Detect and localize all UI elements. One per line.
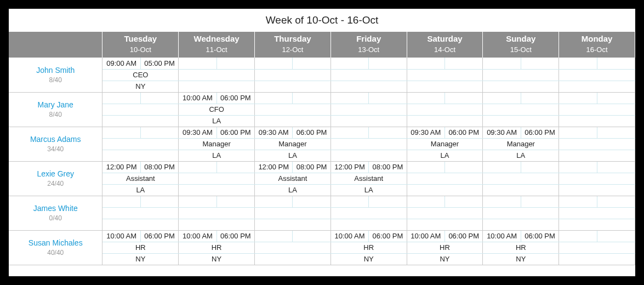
shift-location [483, 81, 559, 92]
shift-start [330, 127, 368, 138]
shift-end [293, 92, 330, 104]
shift-role [407, 104, 483, 115]
shift-end: 06:00 PM [521, 127, 558, 138]
employee-hours: 0/40 [49, 214, 62, 222]
shift-location: NY [179, 253, 255, 265]
employee-name-link[interactable]: John Smith [9, 66, 102, 75]
shift-start [330, 196, 368, 207]
employee-name-link[interactable]: Mary Jane [9, 100, 102, 109]
shift-role: Manager [483, 138, 559, 150]
shift-location: LA [255, 184, 331, 196]
shift-start [407, 196, 444, 207]
shift-end [445, 58, 483, 69]
shift-location [179, 184, 255, 196]
shift-start: 10:00 AM [330, 230, 368, 242]
day-header: Thursday12-Oct [255, 32, 331, 58]
shift-start [407, 58, 444, 69]
shift-end [140, 196, 178, 207]
shift-role: Manager [255, 138, 331, 150]
shift-role [559, 242, 635, 253]
shift-end: 05:00 PM [140, 58, 178, 69]
shift-start [179, 161, 216, 173]
day-date: 11-Oct [179, 43, 254, 56]
shift-location [559, 115, 635, 127]
shift-start: 10:00 AM [179, 92, 216, 104]
shift-role [102, 207, 179, 219]
shift-location: LA [255, 150, 331, 161]
shift-role [255, 69, 331, 81]
shift-end: 06:00 PM [216, 127, 254, 138]
shift-end [216, 58, 254, 69]
shift-location [407, 115, 483, 127]
shift-start: 10:00 AM [483, 230, 521, 242]
shift-start [179, 58, 216, 69]
employee-name-link[interactable]: Lexie Grey [9, 169, 102, 178]
shift-role: HR [407, 242, 483, 253]
shift-location [330, 150, 407, 161]
shift-location [407, 184, 483, 196]
day-date: 10-Oct [102, 43, 178, 56]
shift-start [102, 196, 140, 207]
shift-location: LA [179, 150, 255, 161]
shift-end [597, 92, 635, 104]
shift-location: NY [330, 253, 407, 265]
day-header: Friday13-Oct [330, 32, 407, 58]
shift-location [483, 184, 559, 196]
shift-start: 09:30 AM [407, 127, 444, 138]
shift-role [559, 104, 635, 115]
employee-hours: 34/40 [47, 145, 64, 153]
employee-cell: Lexie Grey24/40 [9, 161, 102, 196]
day-name: Sunday [506, 34, 535, 43]
day-date: 15-Oct [483, 43, 558, 56]
shift-start [559, 58, 597, 69]
shift-start: 09:30 AM [179, 127, 216, 138]
employee-name-link[interactable]: Susan Michales [9, 238, 102, 247]
schedule-sheet: Week of 10-Oct - 16-Oct Tuesday10-OctWed… [9, 9, 635, 276]
shift-start [559, 196, 597, 207]
shift-start: 10:00 AM [179, 230, 216, 242]
shift-end: 06:00 PM [369, 230, 407, 242]
shift-end: 08:00 PM [293, 161, 330, 173]
shift-location [483, 219, 559, 230]
employee-name-link[interactable]: James White [9, 204, 102, 213]
shift-role [330, 207, 407, 219]
shift-location [102, 115, 179, 127]
day-header: Tuesday10-Oct [102, 32, 179, 58]
shift-end: 06:00 PM [445, 230, 483, 242]
day-header: Sunday15-Oct [483, 32, 559, 58]
shift-end: 06:00 PM [445, 127, 483, 138]
shift-end [445, 161, 483, 173]
shift-location: LA [330, 184, 407, 196]
day-date: 13-Oct [331, 43, 407, 56]
shift-start [179, 196, 216, 207]
shift-end [293, 196, 330, 207]
shift-role [102, 138, 179, 150]
shift-start [483, 58, 521, 69]
shift-end: 08:00 PM [369, 161, 407, 173]
shift-end [369, 196, 407, 207]
shift-role: CEO [102, 69, 179, 81]
shift-end [216, 161, 254, 173]
shift-start [255, 58, 293, 69]
shift-role [483, 69, 559, 81]
table-header: Tuesday10-OctWednesday11-OctThursday12-O… [9, 32, 635, 58]
shift-location [559, 253, 635, 265]
shift-role [559, 207, 635, 219]
shift-role [255, 207, 331, 219]
day-name: Tuesday [124, 34, 157, 43]
shift-location [407, 219, 483, 230]
employee-name-link[interactable]: Marcus Adams [9, 135, 102, 144]
shift-start [407, 92, 444, 104]
day-name: Friday [356, 34, 381, 43]
shift-location [102, 219, 179, 230]
shift-start: 09:00 AM [102, 58, 140, 69]
shift-start [255, 230, 293, 242]
day-header: Monday16-Oct [559, 32, 635, 58]
employee-hours: 8/40 [49, 76, 62, 84]
shift-start [483, 196, 521, 207]
shift-end [597, 127, 635, 138]
shift-location [407, 81, 483, 92]
employee-cell: Susan Michales40/40 [9, 230, 102, 265]
shift-role [179, 69, 255, 81]
employee-hours: 8/40 [49, 111, 62, 118]
